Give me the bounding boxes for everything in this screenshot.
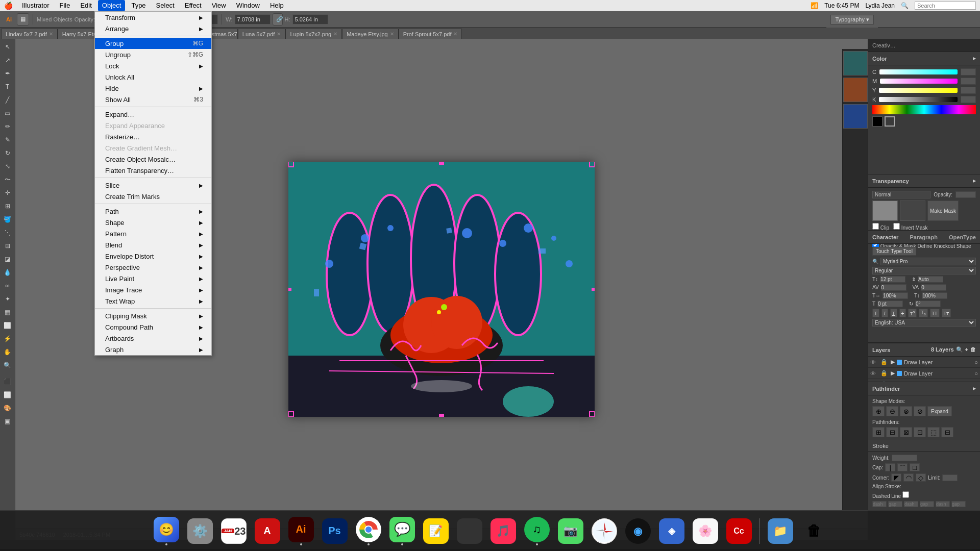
- artboard-tool[interactable]: ⬜: [2, 319, 14, 332]
- menu-illustrator[interactable]: Illustrator: [18, 0, 53, 11]
- font-style-select[interactable]: Regular: [872, 267, 976, 274]
- typography-workspace-btn[interactable]: Typography ▾: [830, 15, 874, 24]
- column-graph-tool[interactable]: ▦: [2, 306, 14, 318]
- y-slider[interactable]: [879, 88, 958, 93]
- constrain-btn[interactable]: 🔗: [273, 13, 283, 26]
- h-field[interactable]: [292, 14, 328, 24]
- menu-slice[interactable]: Slice ▶: [95, 180, 211, 191]
- layer-eye-0[interactable]: 👁: [870, 359, 878, 365]
- layer-target-0[interactable]: ○: [974, 359, 978, 365]
- transparency-collapse[interactable]: ▸: [973, 178, 976, 184]
- dock-photos[interactable]: 🌸: [690, 516, 721, 546]
- unite-btn[interactable]: ⊕: [872, 406, 885, 416]
- view-mode-btn[interactable]: ▦: [17, 13, 29, 26]
- subscript-btn[interactable]: Ts: [919, 309, 927, 317]
- menu-graph[interactable]: Graph ▶: [95, 344, 211, 355]
- layer-eye-1[interactable]: 👁: [870, 370, 878, 377]
- character-panel-header[interactable]: Character Paragraph OpenType: [868, 231, 980, 244]
- pathfinder-collapse[interactable]: ▸: [973, 385, 976, 392]
- tab-close-5[interactable]: ✕: [333, 31, 337, 37]
- slice-tool[interactable]: ⚡: [2, 333, 14, 345]
- strikethrough-btn[interactable]: T: [899, 309, 906, 317]
- dock-messages[interactable]: 💬: [387, 516, 418, 546]
- dock-illustrator[interactable]: Ai: [286, 516, 316, 546]
- opacity-dropdown[interactable]: Normal: [872, 191, 930, 198]
- merge-btn[interactable]: ⊠: [900, 427, 912, 437]
- menu-compound-path[interactable]: Compound Path ▶: [95, 321, 211, 333]
- object-menu[interactable]: Transform ▶ Arrange ▶ Group ⌘G Ungroup ⇧…: [94, 11, 212, 356]
- clip-checkbox[interactable]: [872, 223, 879, 230]
- stroke-chip[interactable]: [885, 116, 895, 127]
- tab-6[interactable]: Madeye Etsy.jpg ✕: [342, 29, 399, 39]
- round-join-btn[interactable]: ◠: [903, 473, 914, 482]
- dock-calculator[interactable]: [454, 516, 485, 546]
- artboard[interactable]: [288, 162, 595, 417]
- make-mask-btn[interactable]: Make Mask: [927, 201, 959, 221]
- paintbrush-tool[interactable]: ✏: [2, 120, 14, 133]
- c-value[interactable]: [961, 68, 976, 76]
- color-spectrum[interactable]: [872, 105, 976, 114]
- dashed-line-checkbox[interactable]: [902, 491, 909, 498]
- fill-chip[interactable]: [872, 116, 883, 127]
- dock-chrome[interactable]: [353, 516, 384, 546]
- horizontal-scale-input[interactable]: [883, 292, 908, 299]
- shape-builder-tool[interactable]: ⊞: [2, 200, 14, 212]
- menu-flatten-transparency[interactable]: Flatten Transparency…: [95, 165, 211, 176]
- dock-safari[interactable]: [589, 516, 620, 546]
- minus-front-btn[interactable]: ⊖: [886, 406, 898, 416]
- pen-tool[interactable]: ✒: [2, 67, 14, 80]
- crop-btn[interactable]: ⊡: [914, 427, 926, 437]
- tab-5[interactable]: Lupin 5x7x2.png ✕: [285, 29, 342, 39]
- layer-row-0[interactable]: 👁 🔒 ▶ Draw Layer ○: [868, 357, 980, 368]
- menu-shape[interactable]: Shape ▶: [95, 217, 211, 228]
- intersect-btn[interactable]: ⊗: [900, 406, 912, 416]
- menu-artboards[interactable]: Artboards ▶: [95, 333, 211, 344]
- w-field[interactable]: [235, 14, 271, 24]
- limit-input[interactable]: [942, 474, 958, 481]
- outline-btn[interactable]: ⬚: [927, 427, 940, 437]
- dock-acrobat[interactable]: A: [252, 516, 283, 546]
- menu-edit[interactable]: Edit: [76, 0, 95, 11]
- mesh-tool[interactable]: ⊟: [2, 240, 14, 252]
- minus-back-btn[interactable]: ⊟: [941, 427, 953, 437]
- butt-cap-btn[interactable]: |: [885, 463, 895, 471]
- stroke-panel-header[interactable]: Stroke: [868, 440, 980, 452]
- round-cap-btn[interactable]: ⌒: [897, 463, 908, 471]
- menu-expand[interactable]: Expand…: [95, 109, 211, 120]
- dock-trash[interactable]: 🗑: [799, 516, 829, 546]
- menu-select[interactable]: Select: [152, 0, 179, 11]
- touch-type-tool-btn[interactable]: Touch Type Tool: [872, 247, 916, 256]
- thumb-0[interactable]: [843, 51, 868, 76]
- menu-help[interactable]: Help: [266, 0, 288, 11]
- dock-creative-cloud[interactable]: Cc: [724, 516, 754, 546]
- k-value[interactable]: [961, 96, 976, 103]
- superscript-btn[interactable]: Ts: [908, 309, 917, 317]
- menu-blend[interactable]: Blend ▶: [95, 239, 211, 251]
- tab-close-0[interactable]: ✕: [49, 31, 53, 37]
- color-panel-header[interactable]: Color ▸: [868, 52, 980, 65]
- y-value[interactable]: [961, 87, 976, 94]
- dock-facetime[interactable]: 📷: [555, 516, 586, 546]
- menu-view[interactable]: View: [208, 0, 230, 11]
- tab-4[interactable]: Luna 5x7.pdf ✕: [238, 29, 286, 39]
- miter-join-btn[interactable]: ◤: [891, 473, 901, 482]
- zoom-tool[interactable]: 🔍: [2, 359, 14, 371]
- italic-btn[interactable]: T: [881, 309, 889, 317]
- menu-envelope-distort[interactable]: Envelope Distort ▶: [95, 251, 211, 262]
- dock-finder[interactable]: 😊: [151, 516, 182, 546]
- perspective-grid-tool[interactable]: ⋱: [2, 227, 14, 239]
- layers-search-icon[interactable]: 🔍: [956, 346, 963, 353]
- menu-ungroup[interactable]: Ungroup ⇧⌘G: [95, 49, 211, 60]
- tab-close-4[interactable]: ✕: [277, 31, 281, 37]
- dock-app-1[interactable]: ◉: [623, 516, 653, 546]
- pencil-tool[interactable]: ✎: [2, 134, 14, 146]
- square-cap-btn[interactable]: □: [910, 463, 920, 471]
- menu-image-trace[interactable]: Image Trace ▶: [95, 284, 211, 295]
- dash1-input[interactable]: [872, 501, 887, 507]
- gap3-input[interactable]: [951, 501, 966, 507]
- character-tab[interactable]: Character: [872, 234, 898, 240]
- type-tool[interactable]: T: [2, 81, 14, 93]
- menu-window[interactable]: Window: [232, 0, 264, 11]
- gap1-input[interactable]: [888, 501, 902, 507]
- tab-0[interactable]: Lindav 5x7 2.pdf ✕: [1, 29, 58, 39]
